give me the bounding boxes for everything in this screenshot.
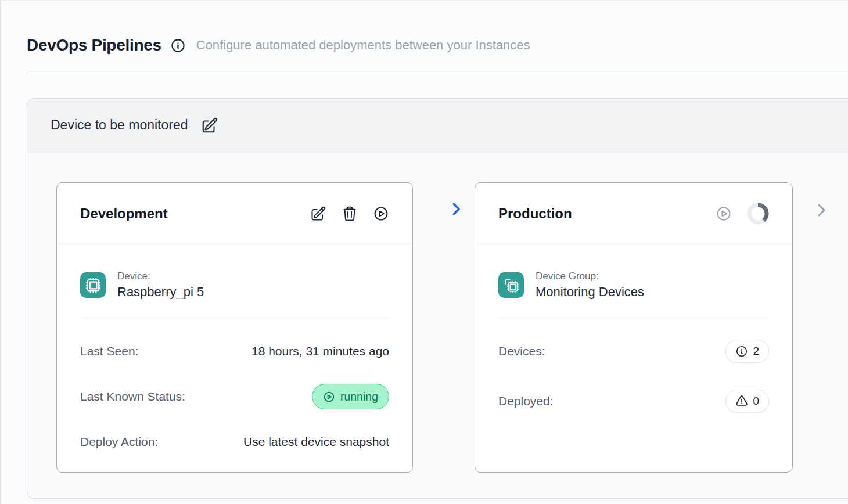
deployed-label: Deployed: [498, 394, 554, 408]
edit-icon [201, 117, 218, 134]
deploy-action-label: Deploy Action: [80, 435, 158, 449]
devices-count: 2 [753, 345, 759, 358]
status-label: Last Known Status: [80, 390, 185, 404]
last-seen-row: Last Seen: 18 hours, 31 minutes ago [80, 339, 389, 364]
deploy-action-row: Deploy Action: Use latest device snapsho… [80, 429, 389, 455]
loading-spinner-icon [747, 203, 769, 225]
delete-stage-button[interactable] [342, 206, 358, 222]
devices-label: Devices: [498, 344, 545, 358]
warning-triangle-icon [735, 395, 748, 408]
panel-title: Device to be monitored [51, 117, 188, 133]
production-card-header: Production [475, 183, 792, 244]
devices-count-badge[interactable]: 2 [725, 340, 769, 363]
device-group-icon [498, 272, 524, 298]
run-stage-button[interactable] [373, 206, 389, 222]
development-card: Development [56, 182, 413, 473]
play-circle-icon [373, 206, 389, 222]
production-card-body: Device Group: Monitoring Devices Devices… [475, 244, 792, 414]
edit-pipeline-button[interactable] [201, 117, 218, 134]
development-card-body: Device: Raspberry_pi 5 Last Seen: 18 hou… [57, 244, 412, 455]
deployed-count-badge[interactable]: 0 [725, 390, 769, 413]
play-circle-icon [716, 206, 732, 222]
last-seen-label: Last Seen: [80, 344, 138, 358]
chevron-right-icon [813, 201, 830, 219]
run-stage-button-disabled[interactable] [716, 206, 732, 222]
play-circle-icon [323, 391, 335, 403]
development-title: Development [80, 206, 168, 222]
info-icon [735, 345, 748, 358]
divider [80, 318, 389, 318]
device-info: Device: Raspberry_pi 5 [117, 271, 204, 300]
device-name: Raspberry_pi 5 [117, 285, 204, 300]
edit-stage-button[interactable] [310, 206, 326, 222]
page-header: DevOps Pipelines Configure automated dep… [27, 33, 530, 57]
trash-icon [342, 206, 358, 222]
pipeline-flow-chevron-icon [447, 200, 465, 218]
deployed-count: 0 [753, 395, 759, 408]
device-group-label: Device Group: [536, 271, 644, 282]
deploy-action-value: Use latest device snapshot [243, 435, 389, 449]
device-group-info: Device Group: Monitoring Devices [536, 271, 644, 300]
next-stage-chevron-button[interactable] [813, 201, 830, 219]
devices-row: Devices: 2 [498, 339, 769, 364]
status-value: running [340, 390, 378, 404]
pipeline-panel: Device to be monitored Development [27, 98, 848, 499]
header-divider [27, 73, 848, 73]
edit-icon [310, 206, 326, 222]
panel-header: Device to be monitored [27, 99, 848, 152]
device-label: Device: [117, 271, 204, 282]
production-actions [716, 203, 769, 225]
development-card-header: Development [57, 183, 412, 244]
info-icon[interactable] [170, 38, 186, 53]
production-card: Production [475, 182, 793, 473]
deployed-row: Deployed: 0 [498, 388, 769, 414]
production-title: Production [498, 206, 572, 222]
status-row: Last Known Status: running [80, 384, 389, 409]
device-row: Device: Raspberry_pi 5 [80, 271, 389, 300]
development-actions [310, 206, 389, 222]
status-badge: running [312, 384, 389, 409]
panel-body: Development [27, 152, 848, 499]
cpu-chip-icon [80, 272, 106, 298]
last-seen-value: 18 hours, 31 minutes ago [251, 344, 389, 358]
divider [498, 318, 769, 318]
page-title: DevOps Pipelines [27, 36, 161, 55]
device-group-row: Device Group: Monitoring Devices [498, 271, 769, 300]
page-subtitle: Configure automated deployments between … [196, 38, 530, 53]
device-group-name: Monitoring Devices [536, 285, 644, 300]
